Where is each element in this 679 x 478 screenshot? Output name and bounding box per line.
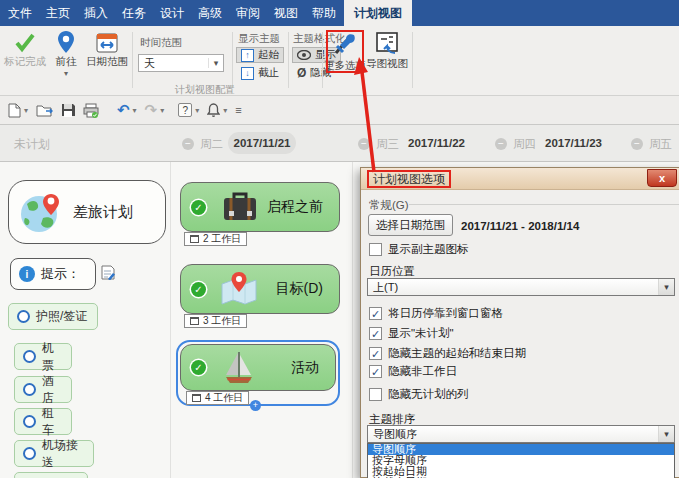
time-range-label: 时间范围	[140, 36, 182, 50]
more-icon: ≡	[235, 104, 241, 116]
menu-view[interactable]: 视图	[268, 0, 304, 26]
checkbox-row[interactable]: 隐藏无计划的列	[369, 387, 469, 402]
checkbox-row[interactable]: 将日历停靠到窗口窗格	[369, 306, 503, 321]
calendar-range-icon	[96, 31, 118, 53]
checkbox-row[interactable]: 隐藏非工作日	[369, 364, 457, 379]
checkbox[interactable]	[369, 347, 382, 360]
redo-icon: ↷	[145, 101, 158, 119]
checkbox-row[interactable]: 显示副主题图标	[369, 242, 469, 257]
checkbox[interactable]	[369, 243, 382, 256]
collapse-day-button[interactable]: −	[182, 138, 194, 150]
print-button[interactable]	[83, 103, 99, 118]
info-icon: i	[19, 266, 35, 282]
calendar-position-label: 日历位置	[369, 264, 415, 279]
menu-advanced[interactable]: 高级	[192, 0, 228, 26]
redo-button[interactable]: ↷ ▾	[145, 101, 165, 119]
collapse-day-button[interactable]: −	[631, 138, 643, 150]
collapse-day-button[interactable]: −	[358, 138, 370, 150]
dialog-title: 计划视图选项	[367, 170, 451, 188]
checkbox[interactable]	[369, 307, 382, 320]
tab-plan-view[interactable]: 计划视图	[344, 0, 412, 26]
undo-button[interactable]: ↶ ▾	[117, 101, 137, 119]
note-topic[interactable]: i 提示：	[10, 258, 96, 290]
checkbox-label: 显示"未计划"	[388, 326, 454, 341]
subtopic-partial[interactable]	[14, 472, 88, 478]
end-label: 截止	[258, 66, 279, 80]
help-button[interactable]: ? ▾	[178, 103, 199, 117]
collapse-day-button[interactable]: −	[495, 138, 507, 150]
map-view-icon	[375, 31, 399, 55]
checkbox[interactable]	[369, 365, 382, 378]
start-label: 起始	[258, 48, 279, 62]
menu-task[interactable]: 任务	[116, 0, 152, 26]
end-arrow-icon: ↓	[241, 67, 254, 80]
ribbon-group-caption: 计划视图配置	[135, 83, 275, 97]
caret-down-icon: ▾	[208, 58, 223, 68]
menu-file[interactable]: 文件	[2, 0, 38, 26]
card-destination[interactable]: ✓ 目标(D)	[180, 264, 340, 314]
select-date-range-button[interactable]: 选择日期范围	[368, 214, 453, 236]
duration-tag: 3 工作日	[184, 314, 247, 328]
open-file-button[interactable]	[36, 103, 53, 117]
mark-done-button[interactable]: 标记完成	[2, 31, 48, 69]
calendar-position-value: 上(T)	[373, 280, 398, 295]
menu-review[interactable]: 审阅	[230, 0, 266, 26]
duration-tag: 2 工作日	[184, 232, 247, 246]
general-section-label: 常规(G)	[369, 198, 409, 213]
card-before-departure[interactable]: ✓ 启程之前	[180, 182, 340, 232]
subtopic-car-rental[interactable]: 租车	[14, 408, 72, 435]
briefcase-icon	[222, 192, 258, 222]
checkbox-row[interactable]: 隐藏主题的起始和结束日期	[369, 346, 526, 361]
sort-options-list: 导图顺序 按字母顺序 按起始日期 按截止日期	[367, 443, 675, 478]
section-divider	[409, 204, 679, 205]
time-range-select[interactable]: 天 ▾	[138, 54, 224, 72]
menu-home[interactable]: 主页	[40, 0, 76, 26]
notifications-button[interactable]: ▾	[207, 103, 227, 117]
start-toggle-button[interactable]: ↑ 起始	[236, 47, 284, 63]
subtopic-passport[interactable]: 护照/签证	[8, 303, 98, 330]
menu-insert[interactable]: 插入	[78, 0, 114, 26]
save-button[interactable]	[61, 103, 75, 117]
checkbox[interactable]	[369, 327, 382, 340]
date-label[interactable]: 2017/11/22	[408, 137, 465, 149]
caret-down-icon: ▾	[160, 106, 164, 115]
caret-down-icon: ▾	[658, 279, 674, 295]
calendar-icon	[190, 317, 199, 325]
card-activities[interactable]: ✓ 活动	[180, 344, 336, 391]
menu-design[interactable]: 设计	[154, 0, 190, 26]
subtopic-airport-transfer[interactable]: 机场接送	[14, 440, 94, 467]
notes-attachment-icon[interactable]	[101, 265, 115, 280]
mark-done-label: 标记完成	[4, 55, 46, 69]
close-button[interactable]: x	[647, 169, 677, 187]
subtopic-flight[interactable]: 机票	[14, 343, 72, 370]
checkbox-row[interactable]: 显示"未计划"	[369, 326, 454, 341]
done-check-icon: ✓	[191, 200, 206, 215]
caret-down-icon: ▾	[658, 426, 674, 442]
goto-button[interactable]: 前往 ▾	[48, 31, 84, 78]
new-document-button[interactable]: ▾	[8, 103, 28, 118]
subtopic-hotel[interactable]: 酒店	[14, 376, 72, 403]
duration-label: 4 工作日	[205, 391, 243, 405]
end-toggle-button[interactable]: ↓ 截止	[236, 65, 284, 81]
checkbox-label: 隐藏非工作日	[388, 364, 457, 379]
progress-ring-icon	[23, 350, 36, 363]
check-icon	[14, 31, 36, 53]
subtopic-label: 护照/签证	[36, 308, 87, 325]
map-view-button[interactable]: 导图视图	[366, 31, 408, 71]
toolbar-more-button[interactable]: ≡	[235, 104, 241, 116]
calendar-position-select[interactable]: 上(T) ▾	[367, 278, 675, 296]
central-topic[interactable]: 差旅计划	[8, 180, 166, 244]
add-topic-handle[interactable]: +	[250, 400, 261, 411]
ribbon-separator	[288, 32, 289, 88]
dialog-title-bar[interactable]: 计划视图选项 x	[361, 168, 679, 190]
topic-sort-select[interactable]: 导图顺序 ▾	[367, 425, 675, 443]
note-topic-label: 提示：	[41, 265, 80, 283]
caret-down-icon: ▾	[64, 69, 68, 78]
caret-down-icon: ▾	[133, 106, 137, 115]
checkbox[interactable]	[369, 388, 382, 401]
date-range-button[interactable]: 日期范围	[84, 31, 130, 69]
show-topic-group-label: 显示主题	[238, 32, 280, 46]
date-pill-selected[interactable]: 2017/11/21	[228, 132, 296, 154]
menu-help[interactable]: 帮助	[306, 0, 342, 26]
date-label[interactable]: 2017/11/23	[545, 137, 602, 149]
